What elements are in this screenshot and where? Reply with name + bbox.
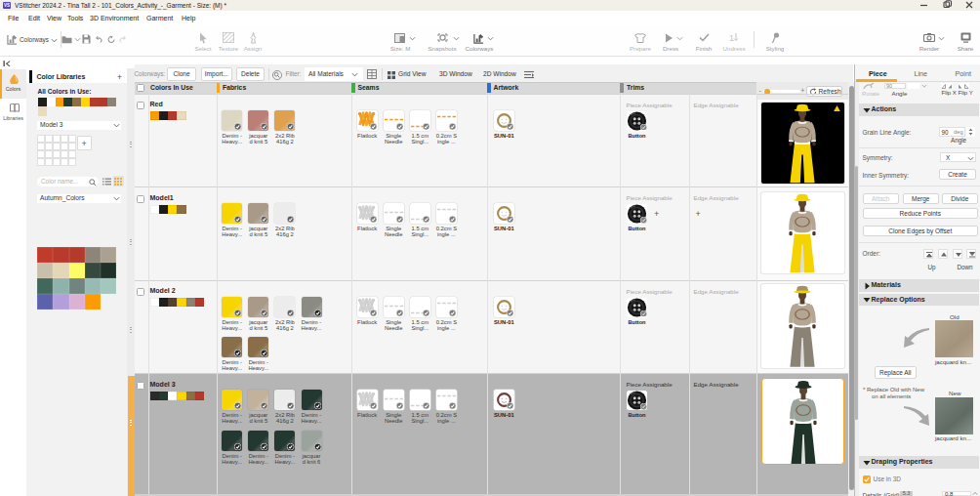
svg-text:1: 1 bbox=[729, 33, 734, 43]
